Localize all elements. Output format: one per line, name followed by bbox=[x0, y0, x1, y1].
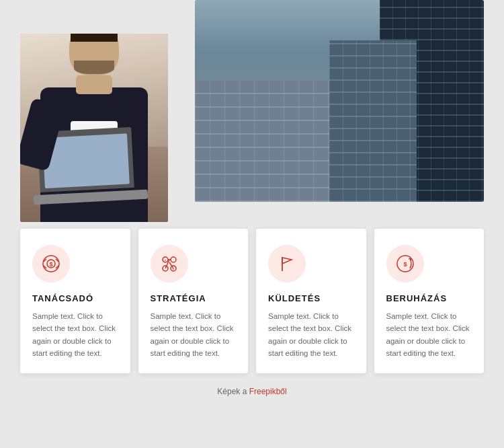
svg-text:$: $ bbox=[403, 261, 407, 268]
investment-icon: $ bbox=[395, 254, 415, 274]
svg-text:$: $ bbox=[50, 261, 53, 268]
footer: Képek a Freepikből bbox=[0, 373, 504, 403]
person-image bbox=[20, 34, 168, 222]
card-strategia-text[interactable]: Sample text. Click to select the text bo… bbox=[151, 310, 237, 360]
card-kuldetes[interactable]: KÜLDETÉS Sample text. Click to select th… bbox=[256, 229, 366, 373]
card-kuldetes-icon-wrap bbox=[268, 245, 306, 283]
card-beruhazas-icon-wrap: $ bbox=[386, 245, 424, 283]
footer-link[interactable]: Freepikből bbox=[249, 387, 287, 396]
card-strategia-title: STRATÉGIA bbox=[151, 293, 237, 303]
card-beruhazas-title: BERUHÁZÁS bbox=[386, 293, 472, 303]
card-tanacs-title: TANÁCSADÓ bbox=[32, 293, 118, 303]
card-tanacs-text[interactable]: Sample text. Click to select the text bo… bbox=[32, 310, 118, 360]
card-beruhazas-text[interactable]: Sample text. Click to select the text bo… bbox=[386, 310, 472, 360]
page-wrapper: $ TANÁCSADÓ Sample text. Click to select… bbox=[0, 0, 504, 448]
card-beruhazas[interactable]: $ BERUHÁZÁS Sample text. Click to select… bbox=[374, 229, 485, 373]
strategy-icon: × × bbox=[159, 254, 179, 274]
footer-prefix: Képek a bbox=[217, 387, 249, 396]
cards-section: $ TANÁCSADÓ Sample text. Click to select… bbox=[0, 229, 504, 373]
svg-text:×: × bbox=[172, 267, 175, 271]
card-tanacs-icon-wrap: $ bbox=[32, 245, 70, 283]
card-tanacs[interactable]: $ TANÁCSADÓ Sample text. Click to select… bbox=[20, 229, 130, 373]
card-kuldetes-text[interactable]: Sample text. Click to select the text bo… bbox=[268, 310, 354, 360]
card-strategia-icon-wrap: × × bbox=[151, 245, 188, 283]
money-circle-icon: $ bbox=[41, 254, 61, 274]
svg-point-4 bbox=[171, 257, 176, 262]
card-kuldetes-title: KÜLDETÉS bbox=[268, 293, 354, 303]
images-section bbox=[0, 0, 504, 222]
svg-text:×: × bbox=[164, 258, 167, 262]
buildings-image bbox=[195, 0, 484, 202]
card-strategia[interactable]: × × STRATÉGIA Sample text. Click to sele… bbox=[138, 229, 249, 373]
flag-icon bbox=[277, 254, 297, 274]
